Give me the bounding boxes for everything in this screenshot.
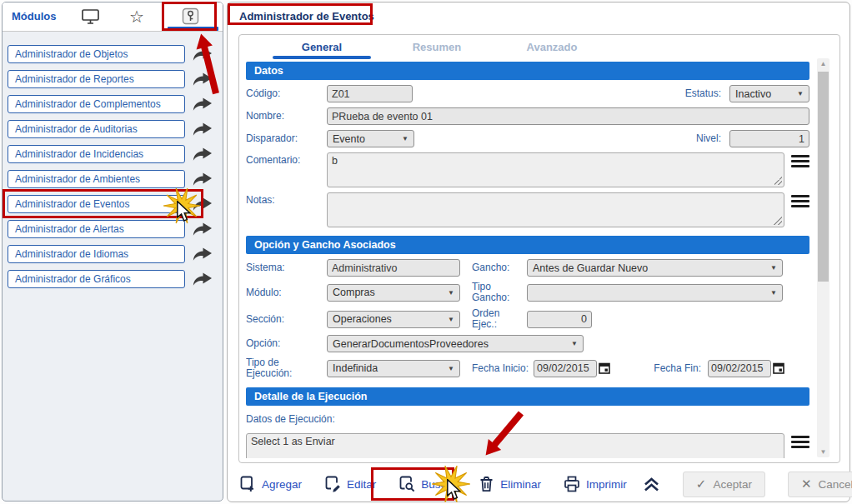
expand-lines-icon[interactable]	[791, 436, 809, 448]
eliminar-button[interactable]: Eliminar	[479, 476, 541, 492]
scroll-up-icon[interactable]: ▲	[817, 58, 829, 69]
calendar-icon[interactable]	[773, 362, 784, 374]
notas-label: Notas:	[246, 192, 327, 206]
sidebar-item-reportes[interactable]: Administrador de Reportes	[8, 70, 185, 88]
row-seccion-orden: Sección: Operaciones▼ Orden Ejec.:	[246, 308, 809, 330]
sidebar-item-complementos[interactable]: Administrador de Complementos	[8, 95, 185, 113]
launch-arrow-icon[interactable]	[193, 147, 213, 162]
list-item: Administrador de Eventos	[8, 195, 218, 213]
row-opcion: Opción: GenerarDocumentosProveedores▼	[246, 335, 809, 352]
opcion-dropdown[interactable]: GenerarDocumentosProveedores▼	[327, 335, 584, 352]
app-window: Módulos ☆ Administrador de Objetos Admin…	[0, 0, 852, 504]
list-item: Administrador de Gráficos	[8, 270, 218, 288]
tab-resumen[interactable]: Resumen	[379, 41, 494, 53]
sidebar-item-auditorias[interactable]: Administrador de Auditorias	[8, 120, 185, 138]
list-item: Administrador de Objetos	[8, 45, 218, 63]
tipo-gancho-label: Tipo Gancho:	[472, 282, 527, 303]
sidebar-item-alertas[interactable]: Administrador de Alertas	[8, 220, 185, 238]
list-item: Administrador de Complementos	[8, 95, 218, 113]
row-datos-ejecucion-label: Datos de Ejecución:	[246, 411, 809, 428]
expand-lines-icon[interactable]	[791, 195, 809, 207]
modulo-value: Compras	[333, 287, 375, 298]
orden-ejec-field[interactable]	[527, 311, 592, 328]
list-item: Administrador de Auditorias	[8, 120, 218, 138]
seccion-value: Operaciones	[333, 313, 392, 325]
sidebar-item-incidencias[interactable]: Administrador de Incidencias	[8, 145, 185, 163]
tab-avanzado[interactable]: Avanzado	[494, 41, 609, 53]
estatus-dropdown[interactable]: Inactivo▼	[729, 85, 809, 102]
monitor-icon[interactable]	[81, 8, 100, 28]
key-tab-icon[interactable]	[182, 7, 199, 28]
edit-document-icon	[324, 476, 341, 492]
launch-arrow-icon[interactable]	[193, 247, 213, 262]
scrollbar-thumb[interactable]	[818, 72, 829, 282]
vertical-scrollbar[interactable]: ▲ ▼	[817, 58, 829, 457]
imprimir-button[interactable]: Imprimir	[564, 476, 627, 492]
gancho-dropdown[interactable]: Antes de Guardar Nuevo▼	[527, 259, 783, 277]
sistema-field[interactable]	[327, 259, 460, 277]
fecha-fin-label: Fecha Fin:	[654, 363, 701, 374]
fecha-fin-field[interactable]	[708, 360, 771, 377]
form-fields: Datos Código: Estatus: Inactivo▼ Nombre:…	[246, 62, 809, 458]
sidebar-item-eventos[interactable]: Administrador de Eventos	[8, 195, 185, 213]
fecha-inicio-label: Fecha Inicio:	[472, 363, 529, 374]
sidebar-item-objetos[interactable]: Administrador de Objetos	[8, 45, 185, 63]
launch-arrow-icon[interactable]	[193, 97, 213, 112]
disparador-dropdown[interactable]: Evento▼	[327, 130, 414, 147]
tipo-ejecucion-dropdown[interactable]: Indefinida▼	[327, 360, 460, 377]
editar-button[interactable]: Editar	[324, 476, 376, 492]
tipo-ejecucion-label: Tipo de Ejecución:	[246, 357, 327, 379]
collapse-toolbar-icon[interactable]	[643, 477, 660, 492]
list-item: Administrador de Reportes	[8, 70, 218, 88]
tipo-gancho-dropdown[interactable]: ▼	[527, 284, 783, 302]
resize-grip-icon[interactable]	[774, 177, 782, 185]
opcion-value: GenerarDocumentosProveedores	[333, 338, 489, 350]
launch-arrow-icon[interactable]	[193, 47, 213, 62]
trash-icon	[479, 476, 494, 492]
cancelar-button[interactable]: ✕ Cancelar	[788, 472, 852, 497]
star-icon[interactable]: ☆	[129, 6, 144, 27]
estatus-label: Estatus:	[685, 88, 721, 99]
fecha-inicio-field[interactable]	[534, 360, 597, 377]
comentario-label: Comentario:	[246, 152, 327, 166]
section-header-gancho: Opción y Gancho Asociados	[246, 236, 809, 254]
aceptar-button[interactable]: ✓ Aceptar	[683, 472, 765, 497]
launch-arrow-icon[interactable]	[193, 272, 213, 287]
scroll-down-icon[interactable]: ▼	[817, 447, 829, 457]
row-comentario: Comentario: b	[246, 152, 809, 187]
row-disparador-nivel: Disparador: Evento▼ Nivel:	[246, 130, 809, 147]
datos-ejecucion-field[interactable]: Select 1 as Enviar	[246, 433, 784, 458]
agregar-button[interactable]: Agregar	[239, 476, 302, 492]
launch-arrow-icon[interactable]	[193, 222, 213, 237]
list-item: Administrador de Ambientes	[8, 170, 218, 188]
close-icon: ✕	[801, 477, 812, 492]
row-modulo-tipogancho: Módulo: Compras▼ Tipo Gancho: ▼	[246, 282, 809, 303]
nivel-field[interactable]	[729, 130, 809, 147]
sidebar-item-ambientes[interactable]: Administrador de Ambientes	[8, 170, 185, 188]
expand-lines-icon[interactable]	[791, 155, 809, 167]
launch-arrow-icon[interactable]	[193, 72, 213, 87]
comentario-field[interactable]: b	[327, 152, 784, 187]
page-title: Administrador de Eventos	[236, 10, 378, 22]
active-tab-underline	[168, 27, 218, 31]
chevron-down-icon: ▼	[448, 365, 454, 372]
modulo-dropdown[interactable]: Compras▼	[327, 284, 460, 302]
row-datos-ejecucion: Select 1 as Enviar	[246, 433, 809, 458]
list-item: Administrador de Incidencias	[8, 145, 218, 163]
tab-general[interactable]: General	[264, 41, 379, 53]
sidebar-item-graficos[interactable]: Administrador de Gráficos	[8, 270, 185, 288]
sidebar-item-idiomas[interactable]: Administrador de Idiomas	[8, 245, 185, 263]
sidebar-header: Módulos ☆	[3, 2, 223, 32]
nombre-field[interactable]	[327, 107, 809, 125]
notas-field[interactable]	[327, 192, 784, 227]
buscar-button[interactable]: Buscar	[398, 476, 456, 492]
seccion-dropdown[interactable]: Operaciones▼	[327, 311, 460, 328]
resize-grip-icon[interactable]	[774, 217, 782, 225]
calendar-icon[interactable]	[599, 362, 610, 374]
launch-arrow-icon[interactable]	[193, 197, 213, 212]
row-codigo-estatus: Código: Estatus: Inactivo▼	[246, 85, 809, 102]
launch-arrow-icon[interactable]	[193, 172, 213, 187]
gancho-label: Gancho:	[472, 262, 527, 273]
launch-arrow-icon[interactable]	[193, 122, 213, 137]
codigo-field[interactable]	[327, 85, 413, 102]
